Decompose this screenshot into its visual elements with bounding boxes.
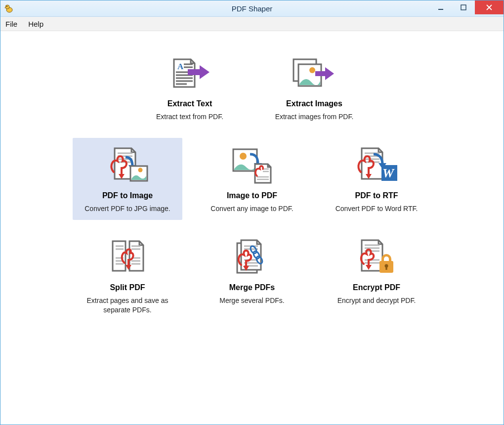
tile-desc: Extract images from PDF. [275, 112, 354, 121]
encrypt-pdf-icon [353, 237, 400, 279]
pdf-to-rtf-icon: W [353, 145, 400, 187]
tile-title: Encrypt PDF [353, 283, 400, 292]
merge-pdfs-icon [228, 237, 276, 279]
menu-file[interactable]: File [3, 19, 19, 29]
tile-extract-images[interactable]: Extract Images Extract images from PDF. [259, 46, 369, 128]
tile-desc: Convert PDF to Word RTF. [336, 204, 418, 213]
menubar: File Help [0, 17, 504, 31]
tile-desc: Convert any image to PDF. [210, 204, 293, 213]
tile-image-to-pdf[interactable]: Image to PDF Convert any image to PDF. [197, 138, 307, 220]
svg-rect-20 [315, 71, 325, 76]
svg-point-1 [5, 5, 9, 9]
menu-help[interactable]: Help [26, 19, 45, 29]
row-1: A [135, 46, 369, 128]
split-pdf-icon [104, 237, 151, 279]
svg-rect-3 [438, 9, 443, 10]
svg-marker-21 [325, 67, 334, 80]
tile-split-pdf[interactable]: Split PDF Extract pages and save as sepa… [73, 230, 182, 321]
titlebar: PDF Shaper [0, 0, 504, 17]
app-icon [3, 3, 14, 14]
tile-desc: Merge several PDFs. [219, 296, 284, 305]
svg-text:W: W [382, 166, 395, 180]
minimize-icon [438, 4, 444, 10]
svg-marker-16 [200, 65, 210, 79]
tile-title: PDF to RTF [355, 191, 398, 200]
window-title: PDF Shaper [0, 4, 504, 13]
tile-title: PDF to Image [102, 191, 153, 200]
tile-extract-text[interactable]: A [135, 46, 245, 128]
svg-point-2 [6, 6, 7, 7]
extract-images-icon [290, 53, 339, 95]
svg-rect-15 [188, 69, 200, 75]
svg-rect-4 [461, 5, 466, 10]
tile-desc: Convert PDF to JPG image. [84, 204, 170, 213]
row-2: PDF to Image Convert PDF to JPG image. [73, 138, 431, 220]
close-icon [486, 4, 492, 10]
svg-rect-73 [385, 266, 387, 270]
tile-desc: Extract pages and save as separate PDFs. [78, 296, 177, 314]
tile-title: Merge PDFs [229, 283, 275, 292]
tile-desc: Extract text from PDF. [156, 112, 223, 121]
tile-title: Image to PDF [227, 191, 277, 200]
svg-point-19 [309, 67, 315, 73]
window-controls [429, 0, 504, 14]
tile-title: Extract Images [286, 99, 342, 108]
tile-desc: Encrypt and decrypt PDF. [337, 296, 416, 305]
svg-point-31 [240, 153, 247, 160]
extract-text-icon: A [166, 53, 213, 95]
svg-text:A: A [177, 62, 184, 71]
tile-merge-pdfs[interactable]: Merge PDFs Merge several PDFs. [197, 230, 307, 321]
svg-point-29 [138, 168, 143, 172]
image-to-pdf-icon [228, 145, 276, 187]
row-3: Split PDF Extract pages and save as sepa… [73, 230, 431, 321]
tile-pdf-to-rtf[interactable]: W PDF to RTF Convert PDF to Word RTF. [322, 138, 431, 220]
tile-title: Split PDF [110, 283, 145, 292]
maximize-icon [461, 4, 466, 10]
tile-pdf-to-image[interactable]: PDF to Image Convert PDF to JPG image. [73, 138, 182, 220]
maximize-button[interactable] [452, 0, 475, 14]
close-button[interactable] [475, 0, 504, 14]
content-area: A [0, 31, 504, 425]
app-window: PDF Shaper File Help [0, 0, 504, 425]
minimize-button[interactable] [429, 0, 452, 14]
tile-encrypt-pdf[interactable]: Encrypt PDF Encrypt and decrypt PDF. [322, 230, 431, 321]
pdf-to-image-icon [104, 145, 151, 187]
tile-title: Extract Text [168, 99, 212, 108]
